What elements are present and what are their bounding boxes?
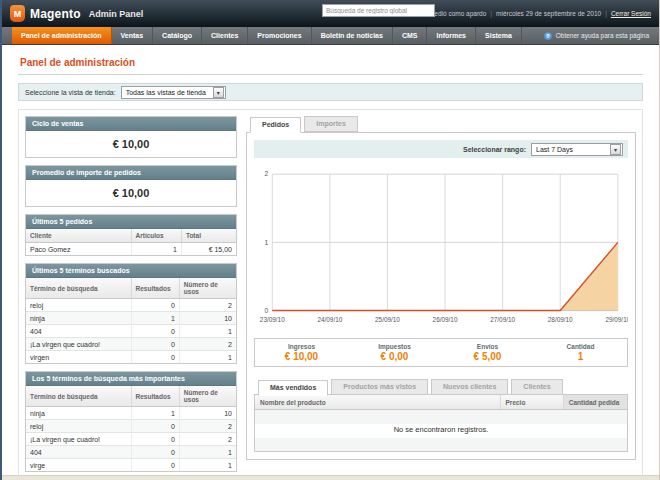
range-bar: Seleccionar rango: Last 7 Days ▾: [254, 140, 628, 158]
nav-item-ventas[interactable]: Ventas: [112, 27, 154, 44]
nav-items: Panel de administraciónVentasCatálogoCli…: [12, 27, 522, 44]
svg-text:27/09/10: 27/09/10: [490, 316, 515, 323]
tab-pedidos[interactable]: Pedidos: [250, 117, 301, 133]
column-header: Término de búsqueda: [26, 278, 131, 299]
nav-item-informes[interactable]: Informes: [427, 27, 476, 44]
table-row: 40401: [26, 325, 236, 338]
table-row: reloj02: [26, 420, 236, 433]
table-row: virgen01: [26, 351, 236, 364]
total-value: € 0,00: [348, 351, 441, 362]
svg-text:0: 0: [265, 307, 269, 314]
total-label: Cantidad: [534, 343, 627, 350]
report-tabs: Más vendidosProductos más vistosNuevos c…: [254, 379, 628, 395]
svg-text:2: 2: [265, 170, 269, 177]
tab-importes[interactable]: Importes: [304, 116, 358, 132]
total-label: Envíos: [441, 343, 534, 350]
table-row: ¡La virgen que cuadro!02: [26, 433, 236, 446]
top-search-terms-box: Los 5 términos de búsqueda más important…: [25, 371, 237, 472]
empty-records-message: No se encontraron registros.: [394, 425, 489, 434]
box-title: Promedio de importe de pedidos: [26, 166, 236, 180]
column-header: Número de usos: [179, 386, 236, 407]
total-env-os: Envíos€ 5,00: [441, 343, 534, 362]
tab-m-s-vendidos[interactable]: Más vendidos: [258, 380, 328, 396]
average-order-value: € 10,00: [26, 180, 236, 206]
logout-link[interactable]: Cerrar Sesión: [611, 10, 651, 17]
nav-item-promociones[interactable]: Promociones: [248, 27, 311, 44]
range-label: Seleccionar rango:: [463, 146, 526, 153]
magento-admin-window: M Magento Admin Panel Accedió como apard…: [0, 0, 660, 480]
products-grid-body: No se encontraron registros.: [254, 410, 628, 452]
logo-text: Magento: [30, 7, 81, 21]
column-header: Precio: [501, 395, 564, 409]
header-user-info: Accedió como apardo | miércoles 29 de se…: [423, 10, 651, 17]
total-value: € 5,00: [441, 351, 534, 362]
column-header: Artículos: [131, 229, 181, 243]
tab-nuevos-clientes[interactable]: Nuevos clientes: [431, 379, 508, 395]
column-header: Término de búsqueda: [26, 386, 131, 407]
page-title: Panel de administración: [20, 57, 643, 68]
last-orders-box: Últimos 5 pedidos ClienteArtículosTotalP…: [25, 214, 237, 256]
average-order-box: Promedio de importe de pedidos € 10,00: [25, 165, 237, 207]
main-nav: Panel de administraciónVentasCatálogoCli…: [2, 27, 659, 45]
total-label: Impuestos: [348, 343, 441, 350]
column-header: Número de usos: [179, 278, 236, 299]
orders-area-chart: 01223/09/1024/09/1025/09/1026/09/1027/09…: [254, 166, 628, 334]
help-label: Obtener ayuda para esta página: [556, 32, 649, 39]
chart-panel: Seleccionar rango: Last 7 Days ▾ 01223/0…: [246, 132, 636, 460]
lifetime-sales-box: Ciclo de ventas € 10,00: [25, 116, 237, 158]
table-row: Paco Gomez1€ 15,00: [26, 243, 236, 256]
current-date: miércoles 29 de septiembre de 2010: [496, 10, 601, 17]
table-row: ¡La virgen que cuadro!02: [26, 338, 236, 351]
top-search-table: Término de búsquedaResultadosNúmero de u…: [26, 386, 236, 471]
lifetime-sales-value: € 10,00: [26, 131, 236, 157]
range-select[interactable]: Last 7 Days ▾: [531, 143, 623, 156]
nav-item-cat-logo[interactable]: Catálogo: [153, 27, 202, 44]
table-row: ninja110: [26, 312, 236, 325]
column-header: Resultados: [131, 386, 179, 407]
total-label: Ingresos: [255, 343, 348, 350]
store-view-bar: Seleccione la vista de tienda: Todas las…: [18, 83, 643, 101]
total-value: € 10,00: [255, 351, 348, 362]
column-header: Cantidad pedida: [564, 395, 627, 409]
svg-text:28/09/10: 28/09/10: [548, 316, 573, 323]
window-bottom-edge: [2, 475, 659, 480]
column-header: Nombre del producto: [255, 395, 501, 409]
logo-subtitle: Admin Panel: [89, 9, 144, 19]
nav-item-clientes[interactable]: Clientes: [202, 27, 248, 44]
help-icon: ?: [544, 32, 552, 40]
dashboard-wrapper: Ciclo de ventas € 10,00 Promedio de impo…: [18, 109, 643, 480]
tab-clientes[interactable]: Clientes: [511, 379, 562, 395]
chevron-down-icon: ▾: [213, 87, 224, 98]
last-search-table: Término de búsquedaResultadosNúmero de u…: [26, 278, 236, 363]
logo: M Magento Admin Panel: [10, 5, 143, 22]
svg-text:24/09/10: 24/09/10: [317, 316, 342, 323]
store-view-select[interactable]: Todas las vistas de tienda ▾: [121, 86, 226, 99]
nav-item-cms[interactable]: CMS: [393, 27, 428, 44]
box-title: Los 5 términos de búsqueda más important…: [26, 372, 236, 386]
svg-text:1: 1: [265, 239, 269, 246]
svg-text:23/09/10: 23/09/10: [260, 316, 285, 323]
svg-text:25/09/10: 25/09/10: [375, 316, 400, 323]
nav-item-bolet-n-de-noticias[interactable]: Boletín de noticias: [312, 27, 393, 44]
box-title: Últimos 5 términos buscados: [26, 264, 236, 278]
total-value: 1: [534, 351, 627, 362]
last-search-terms-box: Últimos 5 términos buscados Término de b…: [25, 263, 237, 364]
global-search-input[interactable]: [322, 4, 435, 17]
totals-row: Ingresos€ 10,00Impuestos€ 0,00Envíos€ 5,…: [254, 338, 628, 367]
dashboard-right-column: PedidosImportes Seleccionar rango: Last …: [246, 116, 636, 479]
last-orders-table: ClienteArtículosTotalPaco Gomez1€ 15,00: [26, 229, 236, 255]
column-header: Resultados: [131, 278, 179, 299]
chart-tabs: PedidosImportes: [246, 116, 636, 132]
help-link[interactable]: ? Obtener ayuda para esta página: [544, 27, 659, 44]
dashboard-left-column: Ciclo de ventas € 10,00 Promedio de impo…: [25, 116, 237, 479]
header-bar: M Magento Admin Panel Accedió como apard…: [2, 0, 659, 27]
table-row: ninja110: [26, 407, 236, 420]
nav-item-sistema[interactable]: Sistema: [476, 27, 522, 44]
table-row: virge01: [26, 459, 236, 472]
nav-item-panel-de-administraci-n[interactable]: Panel de administración: [12, 27, 112, 44]
tab-productos-m-s-vistos[interactable]: Productos más vistos: [331, 379, 428, 395]
magento-logo-icon: M: [10, 5, 25, 22]
products-grid-header: Nombre del producto Precio Cantidad pedi…: [254, 394, 628, 410]
store-view-label: Seleccione la vista de tienda:: [25, 89, 116, 96]
chevron-down-icon: ▾: [610, 144, 621, 155]
